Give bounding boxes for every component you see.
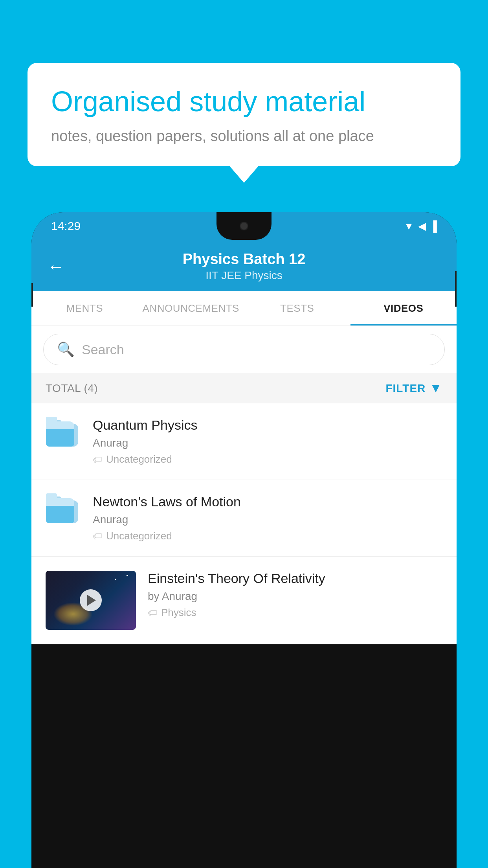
- battery-icon: ▐: [430, 220, 437, 232]
- filter-label: FILTER: [385, 382, 426, 395]
- header-title-group: Physics Batch 12 IIT JEE Physics: [72, 251, 416, 282]
- item-thumbnail-quantum: [46, 417, 81, 457]
- search-bar-wrapper: 🔍 Search: [31, 326, 457, 373]
- list-item[interactable]: Einstein's Theory Of Relativity by Anura…: [31, 557, 457, 644]
- total-count-label: TOTAL (4): [46, 382, 98, 395]
- item-tag: 🏷 Uncategorized: [93, 453, 442, 465]
- folder-front: [46, 506, 74, 523]
- tag-icon: 🏷: [93, 454, 102, 465]
- signal-icon: ◀: [418, 220, 426, 232]
- wifi-icon: ▼: [404, 220, 414, 232]
- star-1: [127, 575, 128, 576]
- filter-bar: TOTAL (4) FILTER ▼: [31, 373, 457, 403]
- item-author: Anurag: [93, 437, 442, 449]
- item-tag: 🏷 Physics: [148, 607, 442, 619]
- play-button[interactable]: [80, 589, 102, 611]
- status-time: 14:29: [51, 219, 81, 233]
- tab-announcements-label: ANNOUNCEMENTS: [143, 302, 239, 314]
- filter-icon: ▼: [429, 381, 442, 395]
- back-button[interactable]: ←: [47, 258, 64, 275]
- video-list: Quantum Physics Anurag 🏷 Uncategorized: [31, 403, 457, 644]
- folder-main: [46, 498, 74, 521]
- list-item[interactable]: Quantum Physics Anurag 🏷 Uncategorized: [31, 403, 457, 480]
- tab-videos[interactable]: VIDEOS: [350, 291, 457, 326]
- filter-button[interactable]: FILTER ▼: [385, 381, 442, 395]
- item-tag-label: Uncategorized: [106, 530, 172, 542]
- header-subtitle: IIT JEE Physics: [72, 269, 416, 282]
- status-icons: ▼ ◀ ▐: [404, 220, 437, 232]
- folder-front: [46, 429, 74, 447]
- tab-tests-label: TESTS: [280, 302, 314, 314]
- tab-ments-label: MENTS: [66, 302, 103, 314]
- item-author: by Anurag: [148, 590, 442, 603]
- item-tag-label: Uncategorized: [106, 453, 172, 465]
- tab-announcements[interactable]: ANNOUNCEMENTS: [138, 291, 244, 326]
- item-title: Einstein's Theory Of Relativity: [148, 571, 442, 586]
- item-info-einstein: Einstein's Theory Of Relativity by Anura…: [148, 571, 442, 619]
- header-title: Physics Batch 12: [72, 251, 416, 268]
- speech-bubble-title: Organised study material: [51, 85, 437, 118]
- item-info-quantum: Quantum Physics Anurag 🏷 Uncategorized: [93, 417, 442, 465]
- notch: [216, 212, 272, 240]
- item-title: Quantum Physics: [93, 417, 442, 433]
- tabs-bar: MENTS ANNOUNCEMENTS TESTS VIDEOS: [31, 291, 457, 326]
- star-2: [115, 579, 116, 580]
- tab-ments[interactable]: MENTS: [31, 291, 138, 326]
- list-item[interactable]: Newton's Laws of Motion Anurag 🏷 Uncateg…: [31, 480, 457, 557]
- item-info-newton: Newton's Laws of Motion Anurag 🏷 Uncateg…: [93, 494, 442, 542]
- item-video-thumbnail-einstein: [46, 571, 136, 630]
- play-icon: [87, 595, 96, 606]
- search-input[interactable]: Search: [82, 342, 431, 357]
- item-thumbnail-newton: [46, 494, 81, 533]
- item-tag: 🏷 Uncategorized: [93, 530, 442, 542]
- folder-icon: [46, 420, 81, 454]
- status-bar: 14:29 ▼ ◀ ▐: [31, 212, 457, 240]
- phone-shell: 14:29 ▼ ◀ ▐ ← Physics Batch 12 IIT JEE P…: [31, 212, 457, 868]
- search-bar[interactable]: 🔍 Search: [43, 334, 445, 365]
- tab-videos-label: VIDEOS: [383, 302, 423, 314]
- folder-main: [46, 421, 74, 444]
- app-header: ← Physics Batch 12 IIT JEE Physics: [31, 240, 457, 291]
- item-tag-label: Physics: [161, 607, 196, 619]
- front-camera: [240, 222, 248, 230]
- tag-icon: 🏷: [93, 531, 102, 542]
- item-author: Anurag: [93, 513, 442, 526]
- item-title: Newton's Laws of Motion: [93, 494, 442, 509]
- folder-icon: [46, 497, 81, 531]
- tag-icon: 🏷: [148, 607, 157, 618]
- speech-bubble-subtitle: notes, question papers, solutions all at…: [51, 128, 437, 145]
- search-icon: 🔍: [57, 341, 75, 358]
- tab-tests[interactable]: TESTS: [244, 291, 350, 326]
- speech-bubble: Organised study material notes, question…: [28, 63, 460, 166]
